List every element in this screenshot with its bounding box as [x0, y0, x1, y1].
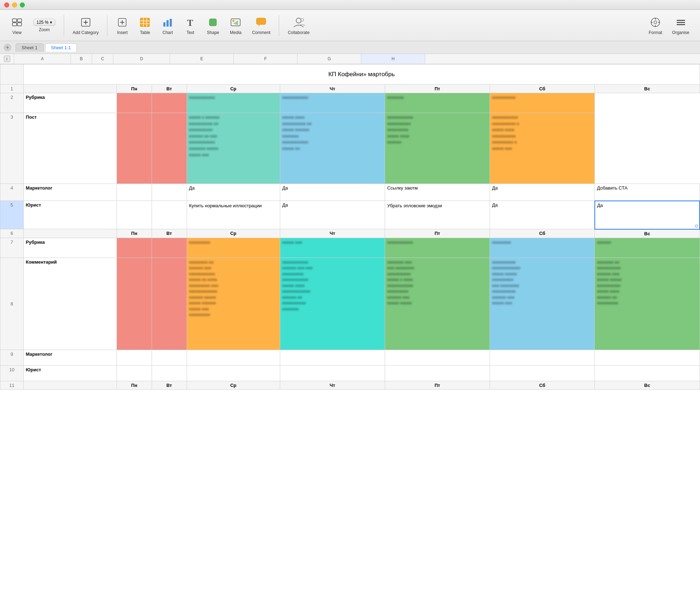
cell-10-c[interactable]	[152, 365, 187, 381]
cell-10-f[interactable]	[385, 365, 490, 381]
cell-4-e[interactable]: Да	[280, 184, 385, 201]
cell-4-a[interactable]: Маркетолог	[23, 184, 117, 201]
format-button[interactable]: Format	[645, 16, 666, 35]
shape-button[interactable]: Shape	[203, 16, 223, 35]
cell-8-c[interactable]	[152, 258, 187, 350]
cell-10-d[interactable]	[187, 365, 280, 381]
sheet1-tab[interactable]: Sheet 1	[16, 43, 44, 52]
cell-8-g[interactable]: ■■■■■■■■■■■■■■■■■■■■■■■■■■■ ■■■■■■■■■■■■…	[490, 258, 595, 350]
cell-11-c[interactable]: Вт	[152, 381, 187, 389]
cell-5-h[interactable]: Да	[595, 201, 700, 229]
cell-1-e[interactable]: Чт	[280, 85, 385, 93]
cell-9-e[interactable]	[280, 350, 385, 365]
cell-7-h[interactable]: ■■■■■■	[595, 238, 700, 258]
cell-5-d[interactable]: Купить нормальные иллюстрации	[187, 201, 280, 229]
cell-10-h[interactable]	[595, 365, 700, 381]
cell-6-c[interactable]: Вт	[152, 229, 187, 238]
organise-button[interactable]: Organise	[668, 16, 693, 35]
cell-1-f[interactable]: Пт	[385, 85, 490, 93]
cell-4-f[interactable]: Ссылку заютм	[385, 184, 490, 201]
cell-3-b[interactable]	[117, 113, 152, 184]
cell-6-b[interactable]: Пн	[117, 229, 152, 238]
cell-2-d[interactable]: ■■■■■■■■■■■	[187, 93, 280, 113]
collaborate-button[interactable]: Collaborate	[284, 16, 313, 35]
cell-11-h[interactable]: Вс	[595, 381, 700, 389]
minimize-button[interactable]	[12, 2, 17, 7]
view-button[interactable]: View	[7, 16, 27, 35]
cell-11-d[interactable]: Ср	[187, 381, 280, 389]
cell-3-a[interactable]: Пост	[23, 113, 117, 184]
cell-6-d[interactable]: Ср	[187, 229, 280, 238]
scroll-area[interactable]: КП Кофейни» мартобрь 1 Пн Вт Ср Чт Пт Сб…	[0, 64, 700, 608]
cell-5-e[interactable]: Да	[280, 201, 385, 229]
cell-6-e[interactable]: Чт	[280, 229, 385, 238]
cell-2-b[interactable]	[117, 93, 152, 113]
freeze-button[interactable]: ⁞	[4, 56, 10, 62]
comment-button[interactable]: Comment	[248, 16, 274, 35]
cell-6-a[interactable]	[23, 229, 117, 238]
cell-7-f[interactable]: ■■■■■■■■■■■	[385, 238, 490, 258]
cell-4-d[interactable]: Да	[187, 184, 280, 201]
cell-5-f[interactable]: Убрать эпловские эмодзи	[385, 201, 490, 229]
cell-3-g[interactable]: ■■■■■■■■■■■■■■■■■■■■■ ■■■■■■ ■■■■■■■■■■■…	[490, 113, 595, 184]
cell-6-h[interactable]: Вс	[595, 229, 700, 238]
media-button[interactable]: Media	[226, 16, 245, 35]
add-sheet-button[interactable]: +	[4, 44, 11, 51]
cell-10-g[interactable]	[490, 365, 595, 381]
chart-button[interactable]: Chart	[158, 16, 177, 35]
cell-5-a[interactable]: Юрист	[23, 201, 117, 229]
zoom-button[interactable]: 125 % ▾ Zoom	[30, 19, 59, 32]
cell-9-a[interactable]: Маркетолог	[23, 350, 117, 365]
cell-5-b[interactable]	[117, 201, 152, 229]
cell-4-h[interactable]: Добавить СТА	[595, 184, 700, 201]
table-button[interactable]: Table	[135, 16, 155, 35]
cell-8-d[interactable]: ■■■■■■■■ ■■■■■■■■ ■■■■■■■■■■■■■■■■■■■ ■■…	[187, 258, 280, 350]
cell-3-f[interactable]: ■■■■■■■■■■■■■■■■■■■■■■■■■■■■■■■■■■■ ■■■■…	[385, 113, 490, 184]
cell-6-f[interactable]: Пт	[385, 229, 490, 238]
cell-1-h[interactable]: Вс	[595, 85, 700, 93]
cell-8-e[interactable]: ■■■■■■■■■■■■■■■■■ ■■■ ■■■■■■■■■■■■■■■■■■…	[280, 258, 385, 350]
cell-8-a[interactable]: Комментарий	[23, 258, 117, 350]
cell-1-a[interactable]	[23, 85, 117, 93]
add-category-button[interactable]: Add Category	[69, 16, 102, 35]
cell-9-h[interactable]	[595, 350, 700, 365]
zoom-value[interactable]: 125 % ▾	[33, 19, 55, 26]
cell-7-c[interactable]	[152, 238, 187, 258]
cell-1-d[interactable]: Ср	[187, 85, 280, 93]
cell-9-b[interactable]	[117, 350, 152, 365]
cell-4-g[interactable]: Да	[490, 184, 595, 201]
cell-2-f[interactable]: ■■■■■■■	[385, 93, 490, 113]
cell-3-e[interactable]: ■■■■■ ■■■■■■■■■■■■■■ ■■■■■■■ ■■■■■■■■■■■…	[280, 113, 385, 184]
cell-9-d[interactable]	[187, 350, 280, 365]
cell-8-f[interactable]: ■■■■■■■ ■■■■■■ ■■■■■■■■■■■■■■■■■■■■■■■ ■…	[385, 258, 490, 350]
cell-9-g[interactable]	[490, 350, 595, 365]
cell-10-a[interactable]: Юрист	[23, 365, 117, 381]
cell-10-e[interactable]	[280, 365, 385, 381]
cell-5-c[interactable]	[152, 201, 187, 229]
cell-1-g[interactable]: Сб	[490, 85, 595, 93]
cell-11-b[interactable]: Пн	[117, 381, 152, 389]
cell-3-c[interactable]	[152, 113, 187, 184]
cell-2-e[interactable]: ■■■■■■■■■■■	[280, 93, 385, 113]
cell-7-g[interactable]: ■■■■■■■■	[490, 238, 595, 258]
sheet1-1-tab[interactable]: Sheet 1-1	[45, 43, 77, 52]
title-cell[interactable]: КП Кофейни» мартобрь	[23, 64, 700, 85]
insert-button[interactable]: Insert	[112, 16, 132, 35]
cell-4-c[interactable]	[152, 184, 187, 201]
cell-2-g[interactable]: ■■■■■■■■■■	[490, 93, 595, 113]
maximize-button[interactable]	[20, 2, 25, 7]
cell-1-c[interactable]: Вт	[152, 85, 187, 93]
close-button[interactable]	[4, 2, 9, 7]
cell-6-g[interactable]: Сб	[490, 229, 595, 238]
cell-7-d[interactable]: ■■■■■■■■■	[187, 238, 280, 258]
cell-11-g[interactable]: Сб	[490, 381, 595, 389]
cell-7-a[interactable]: Рубрика	[23, 238, 117, 258]
cell-11-e[interactable]: Чт	[280, 381, 385, 389]
cell-5-g[interactable]: Да	[490, 201, 595, 229]
cell-8-h[interactable]: ■■■■■■■ ■■■■■■■■■■■■■■■■■■ ■■■■■■■■ ■■■■…	[595, 258, 700, 350]
text-button[interactable]: T Text	[180, 16, 200, 35]
cell-9-c[interactable]	[152, 350, 187, 365]
cell-7-e[interactable]: ■■■■■ ■■■	[280, 238, 385, 258]
cell-11-f[interactable]: Пт	[385, 381, 490, 389]
cell-11-a[interactable]	[23, 381, 117, 389]
